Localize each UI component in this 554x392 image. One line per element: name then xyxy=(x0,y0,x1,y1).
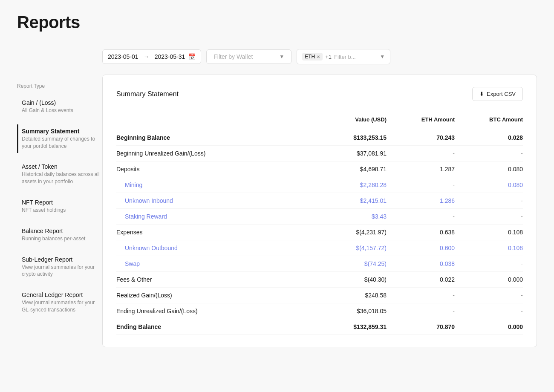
sidebar-item-summary-statement[interactable]: Summary Statement Detailed summary of ch… xyxy=(17,124,102,153)
row-value-usd: $(4,157.72) xyxy=(318,245,387,251)
asset-tag: ETH ✕ xyxy=(302,53,323,61)
table-row-expenses: Expenses $(4,231.97) 0.638 0.108 xyxy=(116,225,523,240)
chevron-down-icon: ▼ xyxy=(279,54,284,60)
table-row-ending-unrealized: Ending Unrealized Gain/(Loss) $36,018.05… xyxy=(116,303,523,319)
row-label[interactable]: Unknown Outbound xyxy=(125,245,318,251)
row-value-usd: $36,018.05 xyxy=(318,308,387,314)
col-header-value-usd: Value (USD) xyxy=(318,116,387,123)
row-label: Fees & Other xyxy=(116,276,318,283)
row-label: Expenses xyxy=(116,229,318,236)
sidebar-item-desc: View journal summaries for your GL-synce… xyxy=(22,299,102,314)
col-header-eth: ETH Amount xyxy=(387,116,455,123)
wallet-placeholder: Filter by Wallet xyxy=(214,53,253,60)
row-label: Beginning Balance xyxy=(116,134,318,141)
sidebar-item-general-ledger-report[interactable]: General Ledger Report View journal summa… xyxy=(17,288,102,317)
row-label: Beginning Unrealized Gain/(Loss) xyxy=(116,150,318,157)
report-header: Summary Statement ⬇ Export CSV xyxy=(116,87,523,101)
sidebar-item-desc: Running balances per-asset xyxy=(22,235,102,242)
row-eth-amount: - xyxy=(387,213,455,220)
date-arrow: → xyxy=(144,53,150,60)
sidebar-item-desc: NFT asset holdings xyxy=(22,207,102,214)
row-label: Deposits xyxy=(116,166,318,173)
asset-filter[interactable]: ETH ✕ +1 Filter b... ▼ xyxy=(297,49,390,64)
row-eth-amount: 0.638 xyxy=(387,229,455,236)
row-btc-amount: 0.108 xyxy=(455,245,523,251)
row-value-usd: $132,859.31 xyxy=(318,323,387,330)
table-row-fees-other: Fees & Other $(40.30) 0.022 0.000 xyxy=(116,272,523,288)
row-eth-amount: 70.243 xyxy=(387,134,455,141)
sidebar-item-title: General Ledger Report xyxy=(22,291,102,298)
row-label: Ending Balance xyxy=(116,323,318,330)
asset-chevron-icon: ▼ xyxy=(380,54,385,60)
wallet-filter[interactable]: Filter by Wallet ▼ xyxy=(206,49,291,64)
row-btc-amount: - xyxy=(455,308,523,314)
row-value-usd: $(74.25) xyxy=(318,260,387,267)
row-btc-amount: 0.108 xyxy=(455,229,523,236)
sidebar-item-gain-loss[interactable]: Gain / (Loss) All Gain & Loss events xyxy=(17,96,102,118)
row-btc-amount: - xyxy=(455,292,523,299)
report-card: Summary Statement ⬇ Export CSV Value (US… xyxy=(102,75,537,347)
sidebar-item-title: Balance Report xyxy=(22,228,102,234)
sidebar-item-nft-report[interactable]: NFT Report NFT asset holdings xyxy=(17,196,102,217)
table-row-staking-reward: Staking Reward $3.43 - - xyxy=(116,209,523,225)
table-row-swap: Swap $(74.25) 0.038 - xyxy=(116,256,523,272)
row-value-usd: $(40.30) xyxy=(318,276,387,283)
content-area: 2023-05-01 → 2023-05-31 📅 Filter by Wall… xyxy=(102,49,537,347)
row-eth-amount: - xyxy=(387,308,455,314)
asset-plus-count: +1 xyxy=(325,54,332,60)
row-btc-amount: - xyxy=(455,150,523,157)
row-value-usd: $37,081.91 xyxy=(318,150,387,157)
asset-filter-placeholder: Filter b... xyxy=(334,54,356,60)
sidebar-item-title: Asset / Token xyxy=(22,163,102,170)
row-eth-amount: 0.600 xyxy=(387,245,455,251)
row-eth-amount: 0.038 xyxy=(387,260,455,267)
sidebar-item-title: Gain / (Loss) xyxy=(22,99,102,106)
sidebar-item-balance-report[interactable]: Balance Report Running balances per-asse… xyxy=(17,224,102,246)
sidebar-section-title: Report Type xyxy=(17,83,102,89)
row-eth-amount: - xyxy=(387,292,455,299)
row-eth-amount: - xyxy=(387,150,455,157)
row-value-usd: $248.58 xyxy=(318,292,387,299)
tag-close-icon[interactable]: ✕ xyxy=(317,55,320,59)
table-row-mining: Mining $2,280.28 - 0.080 xyxy=(116,177,523,193)
sidebar-item-desc: Historical daily balances across all ass… xyxy=(22,171,102,185)
export-csv-button[interactable]: ⬇ Export CSV xyxy=(472,87,523,101)
table-row-ending-balance: Ending Balance $132,859.31 70.870 0.000 xyxy=(116,319,523,335)
date-start: 2023-05-01 xyxy=(108,53,138,60)
export-label: Export CSV xyxy=(487,91,516,97)
row-label: Realized Gain/(Loss) xyxy=(116,292,318,299)
row-label: Ending Unrealized Gain/(Loss) xyxy=(116,308,318,314)
row-btc-amount: 0.028 xyxy=(455,134,523,141)
table-row-unknown-inbound: Unknown Inbound $2,415.01 1.286 - xyxy=(116,193,523,209)
col-header-btc: BTC Amount xyxy=(455,116,523,123)
row-label[interactable]: Staking Reward xyxy=(125,213,318,220)
row-eth-amount: - xyxy=(387,182,455,188)
table-row-unknown-outbound: Unknown Outbound $(4,157.72) 0.600 0.108 xyxy=(116,240,523,256)
row-value-usd: $4,698.71 xyxy=(318,166,387,173)
row-btc-amount: - xyxy=(455,260,523,267)
row-eth-amount: 1.287 xyxy=(387,166,455,173)
row-btc-amount: 0.000 xyxy=(455,323,523,330)
row-label[interactable]: Unknown Inbound xyxy=(125,197,318,204)
row-label[interactable]: Swap xyxy=(125,260,318,267)
page-title: Reports xyxy=(17,13,537,32)
row-eth-amount: 70.870 xyxy=(387,323,455,330)
calendar-icon: 📅 xyxy=(188,53,196,60)
row-label[interactable]: Mining xyxy=(125,182,318,188)
table-header-row: Value (USD) ETH Amount BTC Amount xyxy=(116,113,523,128)
report-title: Summary Statement xyxy=(116,90,179,98)
sidebar-item-title: Sub-Ledger Report xyxy=(22,256,102,263)
export-icon: ⬇ xyxy=(479,91,484,97)
col-header-label xyxy=(116,116,318,123)
sidebar-item-sub-ledger-report[interactable]: Sub-Ledger Report View journal summaries… xyxy=(17,253,102,282)
row-value-usd: $133,253.15 xyxy=(318,134,387,141)
date-range-filter[interactable]: 2023-05-01 → 2023-05-31 📅 xyxy=(102,49,201,64)
row-value-usd: $(4,231.97) xyxy=(318,229,387,236)
row-eth-amount: 1.286 xyxy=(387,197,455,204)
row-value-usd: $3.43 xyxy=(318,213,387,220)
row-btc-amount: 0.000 xyxy=(455,276,523,283)
sidebar-item-asset-token[interactable]: Asset / Token Historical daily balances … xyxy=(17,160,102,189)
sidebar-item-title: Summary Statement xyxy=(22,128,102,135)
row-btc-amount: 0.080 xyxy=(455,182,523,188)
sidebar-item-title: NFT Report xyxy=(22,199,102,206)
